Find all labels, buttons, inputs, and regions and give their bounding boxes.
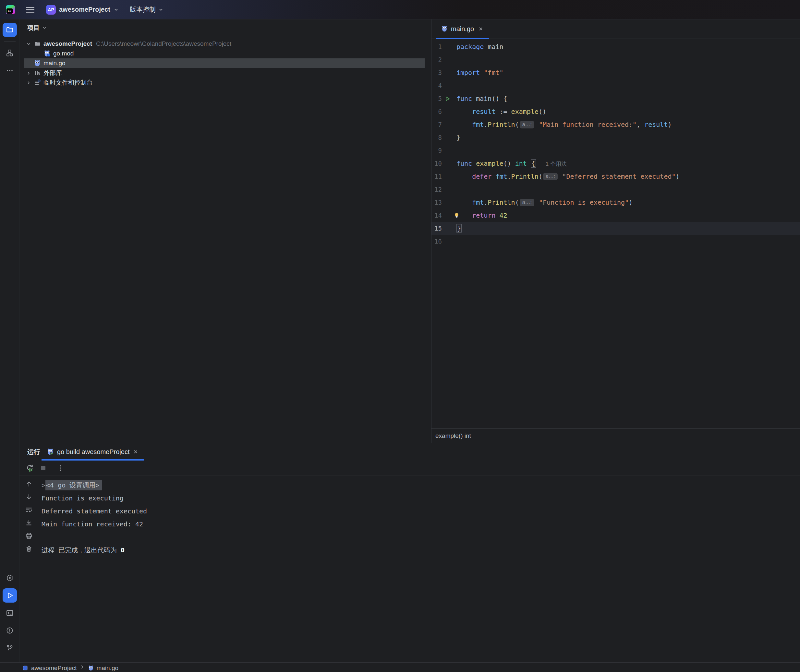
tree-item-external-libraries[interactable]: 外部库	[19, 68, 425, 78]
code-text: return 42	[453, 211, 800, 219]
code-line-13[interactable]: 13 fmt.Println(a…: "Function is executin…	[432, 196, 800, 209]
code-line-12[interactable]: 12	[432, 183, 800, 196]
gopher-icon	[441, 26, 448, 32]
code-line-8[interactable]: 8}	[432, 131, 800, 144]
gopher-run-icon	[47, 448, 54, 455]
param-name-hint: a…:	[520, 121, 534, 128]
clear-console-icon[interactable]	[25, 545, 33, 553]
code-line-1[interactable]: 1package main	[432, 40, 800, 53]
tree-item-awesome-project-root[interactable]: awesomeProjectC:\Users\meowr\GolandProje…	[19, 39, 425, 49]
chevron-right-icon[interactable]	[24, 71, 33, 75]
tree-item-main-go[interactable]: main.go	[24, 58, 425, 68]
code-line-16[interactable]: 16	[432, 235, 800, 248]
tool-window-stripe	[0, 19, 19, 662]
tree-item-label: go.mod	[53, 50, 74, 57]
terminal-tool-window-button[interactable]	[3, 606, 17, 620]
param-name-hint: a…:	[520, 199, 534, 206]
editor-gutter: 13	[432, 199, 453, 206]
goland-logo-icon: GO	[6, 5, 15, 14]
signature-hint: example() int	[435, 432, 471, 440]
intention-bulb-icon[interactable]	[454, 213, 460, 219]
problems-tool-window-button[interactable]	[3, 623, 17, 638]
more-tool-windows-button[interactable]	[3, 63, 17, 77]
services-tool-window-button[interactable]	[3, 571, 17, 585]
run-panel-title: 运行	[27, 448, 40, 456]
console-line: Main function received: 42	[42, 518, 800, 531]
code-line-3[interactable]: 3import "fmt"	[432, 66, 800, 79]
console-prompt: >	[42, 481, 45, 489]
project-cube-icon	[22, 665, 29, 671]
folder-icon	[6, 26, 14, 34]
project-selector[interactable]: AP awesomeProject	[46, 5, 119, 14]
gopherMod-icon	[43, 50, 51, 57]
editor-gutter: 10	[432, 160, 453, 167]
line-number: 2	[432, 56, 442, 63]
main-menu-icon[interactable]	[25, 4, 36, 15]
breadcrumb-file[interactable]: main.go	[88, 664, 118, 672]
git-tool-window-button[interactable]	[3, 641, 17, 655]
code-line-6[interactable]: 6 result := example()	[432, 105, 800, 118]
usages-inlay[interactable]: 1 个用法	[546, 161, 567, 167]
problems-icon	[6, 627, 14, 634]
scroll-down-icon[interactable]	[25, 493, 33, 501]
matched-brace: }	[456, 224, 462, 232]
tree-item-label: awesomeProject	[43, 40, 92, 47]
code-line-14[interactable]: 14 return 42	[432, 209, 800, 222]
line-number: 11	[432, 173, 442, 180]
vcs-selector[interactable]: 版本控制	[130, 5, 163, 14]
line-number: 8	[432, 134, 442, 141]
tree-item-scratches-and-consoles[interactable]: 临时文件和控制台	[19, 78, 425, 88]
code-editor[interactable]: 1package main23import "fmt"45func main()…	[432, 39, 800, 429]
code-line-5[interactable]: 5func main() {	[432, 92, 800, 105]
code-line-11[interactable]: 11 defer fmt.Println(a…: "Deferred state…	[432, 170, 800, 183]
line-number: 9	[432, 147, 442, 154]
run-tool-window-button[interactable]	[3, 588, 17, 603]
code-line-9[interactable]: 9	[432, 144, 800, 157]
editor-gutter: 15	[432, 225, 453, 232]
gopher-icon	[33, 60, 42, 67]
tree-item-path: C:\Users\meowr\GolandProjects\awesomePro…	[96, 40, 231, 47]
editor-gutter: 9	[432, 147, 453, 154]
soft-wrap-icon[interactable]	[25, 506, 33, 514]
tree-item-label: 临时文件和控制台	[43, 78, 93, 87]
scroll-to-end-icon[interactable]	[25, 519, 33, 527]
structure-tool-window-button[interactable]	[3, 46, 17, 60]
folder-icon	[33, 40, 42, 47]
console-line: 进程 已完成，退出代码为 0	[42, 544, 800, 557]
code-line-10[interactable]: 10func example() int {1 个用法	[432, 157, 800, 170]
line-number: 12	[432, 186, 442, 193]
line-number: 1	[432, 43, 442, 50]
console-fold[interactable]: <4 go 设置调用>	[45, 480, 102, 490]
stop-icon[interactable]	[39, 464, 47, 472]
line-number: 13	[432, 199, 442, 206]
project-tool-window-button[interactable]	[3, 23, 17, 37]
run-console-output[interactable]: ><4 go 设置调用>Function is executingDeferre…	[38, 475, 800, 662]
run-tab-go-build[interactable]: go build awesomeProject	[42, 443, 144, 461]
run-gutter-icon[interactable]	[442, 96, 453, 101]
editor-tab-main-go[interactable]: main.go	[436, 19, 489, 38]
services-icon	[6, 574, 14, 582]
code-line-2[interactable]: 2	[432, 53, 800, 66]
param-name-hint: a…:	[543, 173, 558, 180]
toolbar-separator	[52, 464, 52, 472]
tree-item-go-mod[interactable]: go.mod	[19, 49, 425, 58]
project-panel-header[interactable]: 项目	[19, 19, 431, 36]
chevron-right-icon[interactable]	[24, 80, 33, 85]
scroll-up-icon[interactable]	[25, 480, 33, 488]
chevron-down-icon[interactable]	[24, 42, 33, 46]
console-line: ><4 go 设置调用>	[42, 479, 800, 492]
code-line-4[interactable]: 4	[432, 79, 800, 92]
close-icon[interactable]	[478, 26, 484, 32]
breadcrumb-project[interactable]: awesomeProject	[22, 664, 77, 672]
editor-gutter: 16	[432, 238, 453, 245]
print-icon[interactable]	[25, 532, 33, 540]
editor-gutter: 1	[432, 43, 453, 50]
more-options-icon[interactable]	[57, 464, 64, 472]
rerun-icon[interactable]	[25, 464, 34, 472]
close-icon[interactable]	[133, 449, 139, 455]
code-line-15[interactable]: 15}	[432, 222, 800, 235]
breadcrumb-label: awesomeProject	[31, 664, 77, 672]
editor-gutter: 5	[432, 95, 453, 102]
code-line-7[interactable]: 7 fmt.Println(a…: "Main function receive…	[432, 118, 800, 131]
code-text: package main	[453, 43, 800, 51]
